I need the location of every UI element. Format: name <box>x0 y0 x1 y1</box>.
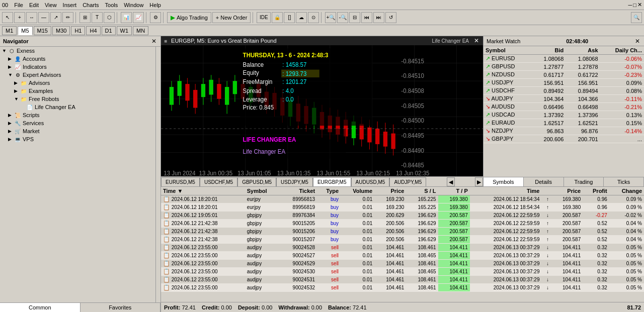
tf-m15[interactable]: M15 <box>34 26 51 35</box>
nav-indicators[interactable]: ▶ 📈 Indicators <box>0 63 155 71</box>
table-row[interactable]: 📋 2024.06.12 18:20:01 eurjpy 89956813 bu… <box>161 195 644 203</box>
nav-tab-common[interactable]: Common <box>0 303 80 312</box>
chart-tab-prev[interactable]: ◀ <box>447 177 455 186</box>
market-row[interactable]: ↗ EURUSD 1.08068 1.08068 -0.06% <box>484 55 644 63</box>
th-profit[interactable]: Profit <box>583 187 609 195</box>
table-row[interactable]: 📋 2024.06.12 23:55:00 audjpy 90024531 se… <box>161 276 644 284</box>
toolbar-text[interactable]: T <box>92 12 103 23</box>
nav-examples[interactable]: ▶ 📁 Examples <box>0 87 155 95</box>
toolbar-expert[interactable]: ⚙ <box>150 12 161 23</box>
nav-market[interactable]: ▶ 🛒 Market <box>0 127 155 135</box>
navigator-close[interactable]: ✕ <box>150 38 157 45</box>
table-row[interactable]: 📋 2024.06.12 23:55:00 audjpy 90024532 se… <box>161 284 644 292</box>
table-row[interactable]: 📋 2024.06.12 21:42:38 gbpjpy 90015205 bu… <box>161 220 644 228</box>
toolbar-chart-type[interactable]: 📊 <box>121 12 132 23</box>
market-row[interactable]: ↗ USDJPY 156.951 156.951 0.09% <box>484 79 644 87</box>
th-ticket[interactable]: Ticket <box>279 187 317 195</box>
table-row[interactable]: 📋 2024.06.12 18:20:01 eurjpy 89956819 bu… <box>161 203 644 212</box>
close-button[interactable]: ✕ <box>637 2 642 8</box>
tf-m30[interactable]: M30 <box>52 26 70 35</box>
table-row[interactable]: 📋 2024.06.12 23:55:00 audjpy 90024528 se… <box>161 244 644 252</box>
table-row[interactable]: 📋 2024.06.12 21:42:38 gbpjpy 90015206 bu… <box>161 228 644 236</box>
toolbar-horizontal[interactable]: ↔ <box>26 12 37 23</box>
market-row[interactable]: ↘ GBPJPY 200.606 200.701 ... <box>484 135 644 143</box>
market-row[interactable]: ↘ AUDJPY 104.364 104.366 -0.11% <box>484 95 644 103</box>
chart-tab-audusd[interactable]: AUDUSD,M5 <box>351 177 390 186</box>
toolbar-zoomin[interactable]: +🔍 <box>325 12 336 23</box>
toolbar-cloud[interactable]: ☁ <box>296 12 307 23</box>
min-button[interactable]: ─ <box>628 2 632 8</box>
toolbar-grid[interactable]: ⊞ <box>79 12 91 23</box>
th-type[interactable]: Type <box>317 187 341 195</box>
toolbar-lock[interactable]: 🔒 <box>272 12 283 23</box>
new-order-button[interactable]: + New Order <box>212 12 251 23</box>
nav-expert-advisors[interactable]: ▼ ⚙ Expert Advisors <box>0 71 155 79</box>
tf-h1[interactable]: H1 <box>71 26 85 35</box>
th-price[interactable]: Price <box>374 187 406 195</box>
chart-tab-eurgbp[interactable]: EURGBP,M5 <box>313 177 351 186</box>
menu-tools[interactable]: Tools <box>105 2 118 8</box>
th-close-time[interactable]: Time <box>470 187 542 195</box>
menu-insert[interactable]: Insert <box>63 2 77 8</box>
chart-tab-usdjpy[interactable]: USDJPY,M5 <box>276 177 313 186</box>
toolbar-cursor[interactable]: ↖ <box>2 12 13 23</box>
nav-scripts[interactable]: ▶ 📜 Scripts <box>0 111 155 119</box>
table-row[interactable]: 📋 2024.06.12 19:05:01 gbpjpy 89976384 bu… <box>161 212 644 220</box>
market-tab-symbols[interactable]: Symbols <box>484 177 524 186</box>
chart-tab-audjpy[interactable]: AUDJPY,M5 <box>389 177 426 186</box>
market-row[interactable]: ↗ NZDUSD 0.61717 0.61722 -0.23% <box>484 71 644 79</box>
market-row[interactable]: ↗ GBPUSD 1.27877 1.27878 -0.07% <box>484 63 644 71</box>
tf-mn[interactable]: MN <box>133 26 148 35</box>
th-symbol[interactable]: Symbol <box>245 187 279 195</box>
nav-scrollbar[interactable] <box>155 47 160 302</box>
market-row[interactable]: ↗ USDCHF 0.89492 0.89494 0.08% <box>484 87 644 95</box>
market-watch-close[interactable]: ✕ <box>634 38 641 45</box>
toolbar-line[interactable]: — <box>38 12 49 23</box>
chart-tab-gbpusd[interactable]: GBPUSD,M5 <box>237 177 276 186</box>
nav-vps[interactable]: ▶ 💻 VPS <box>0 135 155 143</box>
toolbar-search[interactable]: 🔍 <box>631 12 642 23</box>
menu-edit[interactable]: Edit <box>29 2 39 8</box>
th-close-price[interactable]: Price <box>551 187 583 195</box>
th-sl[interactable]: S / L <box>406 187 438 195</box>
algo-trading-button[interactable]: ▶ Algo Trading <box>167 12 211 23</box>
nav-life-changer-ea[interactable]: 📄 Life Changer EA <box>0 103 155 111</box>
toolbar-shape[interactable]: ⬡ <box>104 12 115 23</box>
nav-services[interactable]: ▶ 🔧 Services <box>0 119 155 127</box>
table-row[interactable]: 📋 2024.06.12 23:55:00 audjpy 90024527 se… <box>161 252 644 260</box>
th-volume[interactable]: Volume <box>341 187 374 195</box>
tf-d1[interactable]: D1 <box>102 26 116 35</box>
nav-accounts[interactable]: ▶ 👤 Accounts <box>0 55 155 63</box>
toolbar-forward[interactable]: ⏭ <box>373 12 384 23</box>
table-row[interactable]: 📋 2024.06.12 21:42:38 gbpjpy 90015207 bu… <box>161 236 644 244</box>
table-row[interactable]: 📋 2024.06.12 23:55:00 audjpy 90024530 se… <box>161 268 644 276</box>
market-row[interactable]: ↘ AUDUSD 0.66496 0.66498 -0.21% <box>484 103 644 111</box>
toolbar-diagonal[interactable]: ↗ <box>50 12 61 23</box>
table-row[interactable]: 📋 2024.06.12 23:55:00 audjpy 90024529 se… <box>161 260 644 268</box>
tf-w1[interactable]: W1 <box>117 26 132 35</box>
max-button[interactable]: □ <box>633 2 636 8</box>
tf-h4[interactable]: H4 <box>86 26 100 35</box>
toolbar-ide[interactable]: IDE <box>257 12 271 23</box>
nav-advisors[interactable]: ▶ 📁 Advisors <box>0 79 155 87</box>
market-tab-trading[interactable]: Trading <box>564 177 604 186</box>
toolbar-target[interactable]: ⊙ <box>308 12 319 23</box>
tf-m5[interactable]: M5 <box>18 26 32 35</box>
market-row[interactable]: ↗ USDCAD 1.37392 1.37396 0.13% <box>484 111 644 119</box>
menu-charts[interactable]: Charts <box>83 2 99 8</box>
trades-table-container[interactable]: Time ▼ Symbol Ticket Type Volume Price S… <box>161 187 644 302</box>
market-tab-ticks[interactable]: Ticks <box>604 177 644 186</box>
market-tab-details[interactable]: Details <box>524 177 564 186</box>
menu-00[interactable]: 00 <box>2 2 8 8</box>
menu-window[interactable]: Window <box>124 2 143 8</box>
toolbar-back[interactable]: ⏮ <box>361 12 372 23</box>
menu-view[interactable]: View <box>45 2 57 8</box>
chart-tab-next[interactable]: ▶ <box>475 177 483 186</box>
tf-m1[interactable]: M1 <box>2 26 17 35</box>
toolbar-pencil[interactable]: ✏ <box>62 12 73 23</box>
th-tp[interactable]: T / P <box>438 187 470 195</box>
chart-close[interactable]: ✕ <box>473 37 480 44</box>
toolbar-crosshair[interactable]: + <box>14 12 25 23</box>
menu-help[interactable]: Help <box>149 2 161 8</box>
market-table[interactable]: Symbol Bid Ask Daily Ch... ↗ EURUSD 1.08… <box>484 46 644 177</box>
